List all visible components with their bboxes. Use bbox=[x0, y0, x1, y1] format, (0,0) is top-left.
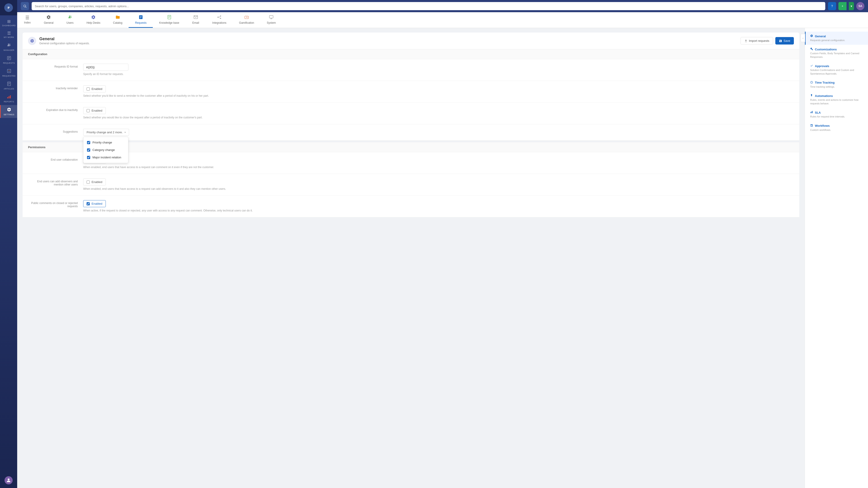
add-button[interactable]: ＋ bbox=[838, 2, 846, 10]
nav-item-system[interactable]: System bbox=[260, 12, 282, 28]
right-sidebar-item-sla[interactable]: SLA Rules for request time intervals. bbox=[805, 108, 868, 121]
dropdown-item-priority-change[interactable]: Priority change bbox=[84, 139, 128, 146]
help-button[interactable]: ? bbox=[828, 2, 836, 10]
right-sidebar-item-time-tracking[interactable]: Time Tracking Time tracking settings. bbox=[805, 78, 868, 91]
suggestions-label: Suggestions bbox=[28, 129, 78, 133]
user-avatar[interactable]: SA bbox=[856, 2, 864, 10]
general-nav-icon bbox=[46, 15, 51, 20]
end-users-observers-label: End users can add observers and mention … bbox=[28, 178, 78, 186]
requests-icon bbox=[7, 56, 11, 61]
nav-item-general[interactable]: General bbox=[37, 12, 60, 28]
search-button[interactable] bbox=[21, 2, 29, 10]
search-input[interactable] bbox=[32, 2, 825, 10]
time-tracking-rs-icon bbox=[810, 81, 813, 85]
end-user-collab-row: End user collaboration Enabled When enab… bbox=[23, 152, 799, 174]
permissions-section: Permissions End user collaboration Enabl… bbox=[23, 140, 799, 217]
sidebar-item-manager[interactable]: MANAGER bbox=[0, 41, 17, 54]
sidebar-item-requested[interactable]: REQUESTED bbox=[0, 66, 17, 79]
sidebar-item-dashboard[interactable]: ⊞ DASHBOARD bbox=[0, 17, 17, 29]
inactivity-reminder-checkbox[interactable] bbox=[87, 88, 90, 91]
sidebar-item-mywork[interactable]: ☰ MY WORK bbox=[0, 29, 17, 41]
sla-rs-icon bbox=[810, 111, 813, 114]
content-area: General General configuration options of… bbox=[17, 28, 805, 488]
requests-id-format-desc: Specify an ID format for requests. bbox=[83, 72, 794, 76]
dropdown-item-category-change[interactable]: Category change bbox=[84, 146, 128, 154]
app-logo[interactable] bbox=[0, 0, 17, 15]
nav-item-index[interactable]: ☰ Index bbox=[17, 12, 37, 28]
public-comments-checkbox[interactable] bbox=[87, 202, 90, 205]
svg-rect-15 bbox=[8, 96, 9, 98]
major-incident-checkbox[interactable] bbox=[87, 156, 90, 159]
sidebar-item-settings[interactable]: SETTINGS bbox=[0, 105, 17, 118]
expiration-inactivity-label: Expiration due to inactivity bbox=[28, 107, 78, 111]
nav-item-email[interactable]: Email bbox=[186, 12, 206, 28]
general-rs-icon bbox=[810, 34, 813, 38]
svg-point-18 bbox=[24, 5, 26, 7]
nav-item-users[interactable]: Users bbox=[60, 12, 80, 28]
sidebar-item-reports[interactable]: REPORTS bbox=[0, 92, 17, 105]
svg-point-2 bbox=[9, 44, 10, 45]
requests-id-format-input[interactable] bbox=[83, 64, 128, 71]
svg-rect-10 bbox=[7, 82, 10, 86]
save-button[interactable]: Save bbox=[775, 37, 794, 44]
end-users-observers-checkbox[interactable] bbox=[87, 181, 90, 184]
right-sidebar-approvals-title: Approvals bbox=[810, 64, 864, 68]
svg-point-33 bbox=[220, 18, 221, 19]
suggestions-dropdown-panel: Priority change Category change Major in… bbox=[83, 137, 128, 163]
integrations-nav-icon bbox=[217, 15, 221, 20]
public-comments-row: Public comments on closed or rejected re… bbox=[23, 196, 799, 217]
right-sidebar-collapse[interactable]: ‹ bbox=[805, 34, 805, 42]
expiration-inactivity-desc: Select whether you would like to close t… bbox=[83, 116, 794, 120]
customizations-rs-icon bbox=[810, 47, 813, 51]
inactivity-reminder-row: Inactivity reminder Enabled Select wheth… bbox=[23, 81, 799, 103]
inactivity-reminder-checkbox-label[interactable]: Enabled bbox=[83, 86, 106, 92]
system-nav-icon bbox=[269, 15, 274, 20]
helpdesks-nav-icon bbox=[91, 15, 96, 20]
nav-item-helpdesks[interactable]: Help Desks bbox=[80, 12, 107, 28]
svg-line-35 bbox=[218, 18, 220, 18]
nav-item-catalog[interactable]: Catalog bbox=[107, 12, 129, 28]
page-title: General bbox=[39, 37, 90, 41]
category-change-checkbox[interactable] bbox=[87, 149, 90, 152]
end-users-observers-checkbox-label[interactable]: Enabled bbox=[83, 178, 106, 186]
svg-rect-41 bbox=[270, 15, 273, 18]
nav-item-requests[interactable]: Requests bbox=[129, 12, 153, 28]
sidebar-bottom bbox=[4, 476, 13, 488]
right-sidebar-automations-title: Automations bbox=[810, 94, 864, 98]
manager-icon bbox=[7, 43, 11, 48]
right-sidebar-item-customizations[interactable]: Customizations Custom Fields, Body Templ… bbox=[805, 45, 868, 61]
gamification-nav-icon bbox=[244, 15, 249, 20]
knowledge-base-nav-icon bbox=[167, 15, 172, 20]
permissions-section-header: Permissions bbox=[23, 140, 799, 152]
add-dropdown-button[interactable]: ▾ bbox=[849, 2, 854, 10]
right-sidebar-customizations-title: Customizations bbox=[810, 47, 864, 51]
suggestions-row: Suggestions Priority change and 2 more. … bbox=[23, 124, 799, 140]
public-comments-label: Public comments on closed or rejected re… bbox=[28, 200, 78, 208]
nav-item-gamification[interactable]: Gamification bbox=[233, 12, 260, 28]
suggestions-dropdown-button[interactable]: Priority change and 2 more. ▾ bbox=[83, 129, 129, 136]
requests-id-format-row: Requests ID format Specify an ID format … bbox=[23, 59, 799, 81]
expiration-inactivity-checkbox-label[interactable]: Enabled bbox=[83, 107, 106, 114]
priority-change-checkbox[interactable] bbox=[87, 141, 90, 144]
right-sidebar-item-automations[interactable]: Automations Rules, events and actions to… bbox=[805, 91, 868, 108]
svg-point-8 bbox=[8, 70, 9, 71]
public-comments-checkbox-label[interactable]: Enabled bbox=[83, 200, 106, 207]
right-sidebar-item-general[interactable]: General Requests general configuration. bbox=[805, 32, 868, 45]
workflows-rs-icon bbox=[810, 124, 813, 128]
end-users-observers-desc: When enabled, end users that have access… bbox=[83, 187, 794, 191]
sidebar-item-articles[interactable]: ARTICLES bbox=[0, 79, 17, 92]
right-sidebar-item-approvals[interactable]: Approvals Solution Confirmations and Cus… bbox=[805, 61, 868, 78]
svg-rect-26 bbox=[168, 15, 170, 19]
right-sidebar: ‹ General Requests general configuration… bbox=[805, 28, 868, 488]
sidebar-user-avatar[interactable] bbox=[4, 476, 13, 484]
svg-rect-45 bbox=[811, 112, 811, 113]
expiration-inactivity-row: Expiration due to inactivity Enabled Sel… bbox=[23, 103, 799, 124]
import-requests-button[interactable]: Import requests bbox=[741, 37, 773, 44]
inactivity-reminder-desc: Select whether you'd like to send a remi… bbox=[83, 94, 794, 98]
right-sidebar-item-workflows[interactable]: Workflows Custom workflows. bbox=[805, 121, 868, 134]
expiration-inactivity-checkbox[interactable] bbox=[87, 109, 90, 112]
dropdown-item-major-incident[interactable]: Major incident relation bbox=[84, 154, 128, 161]
sidebar-item-requests[interactable]: REQUESTS bbox=[0, 54, 17, 66]
nav-item-integrations[interactable]: Integrations bbox=[206, 12, 233, 28]
nav-item-knowledge-base[interactable]: Knowledge base bbox=[153, 12, 186, 28]
